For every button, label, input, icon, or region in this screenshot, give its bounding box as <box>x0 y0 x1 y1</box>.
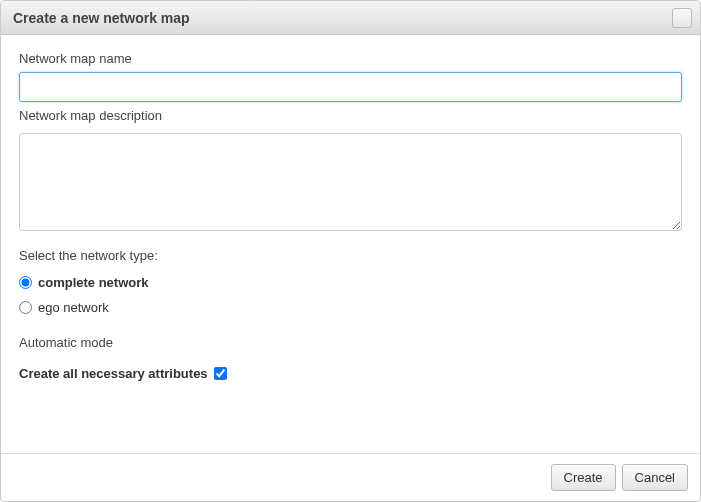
description-label: Network map description <box>19 108 682 123</box>
network-type-option-ego[interactable]: ego network <box>19 300 682 315</box>
dialog-content: Network map name Network map description… <box>1 35 700 453</box>
radio-ego-network[interactable] <box>19 301 32 314</box>
create-button[interactable]: Create <box>551 464 616 491</box>
create-network-map-dialog: Create a new network map Network map nam… <box>0 0 701 502</box>
dialog-title: Create a new network map <box>13 10 672 26</box>
radio-ego-label: ego network <box>38 300 109 315</box>
radio-complete-network[interactable] <box>19 276 32 289</box>
network-map-description-input[interactable] <box>19 133 682 231</box>
automatic-mode-label: Automatic mode <box>19 335 682 350</box>
dialog-titlebar: Create a new network map <box>1 1 700 35</box>
radio-complete-label: complete network <box>38 275 149 290</box>
close-button[interactable] <box>672 8 692 28</box>
create-attributes-row[interactable]: Create all necessary attributes <box>19 364 682 383</box>
create-attributes-label: Create all necessary attributes <box>19 366 208 381</box>
network-map-name-input[interactable] <box>19 72 682 102</box>
name-label: Network map name <box>19 51 682 66</box>
cancel-button[interactable]: Cancel <box>622 464 688 491</box>
dialog-button-bar: Create Cancel <box>1 453 700 501</box>
create-attributes-checkbox[interactable] <box>214 367 227 380</box>
network-type-option-complete[interactable]: complete network <box>19 275 682 290</box>
network-type-label: Select the network type: <box>19 248 682 263</box>
